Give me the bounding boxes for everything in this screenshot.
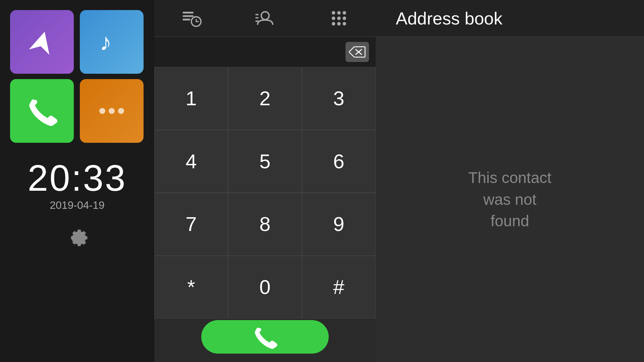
- key-9[interactable]: 9: [302, 193, 376, 256]
- key-1[interactable]: 1: [154, 67, 228, 130]
- svg-rect-10: [255, 17, 259, 18]
- more-dots-icon: [99, 108, 124, 114]
- clock-time: 20:33: [28, 160, 126, 196]
- key-6[interactable]: 6: [302, 130, 376, 193]
- svg-text:♪: ♪: [100, 28, 112, 55]
- contact-not-found-message: This contactwas notfound: [468, 167, 551, 232]
- key-7[interactable]: 7: [154, 193, 228, 256]
- call-button[interactable]: [201, 320, 329, 354]
- key-5[interactable]: 5: [228, 130, 302, 193]
- dialer-input-row: [154, 37, 376, 67]
- key-hash[interactable]: #: [302, 256, 376, 319]
- backspace-icon: [349, 45, 366, 59]
- clock-date: 2019-04-19: [28, 199, 126, 212]
- svg-rect-3: [182, 15, 194, 17]
- left-panel: ♪ 20:33 2019-04-19: [0, 0, 154, 362]
- key-8[interactable]: 8: [228, 193, 302, 256]
- key-3[interactable]: 3: [302, 67, 376, 130]
- keypad-icon: [328, 7, 350, 29]
- clock-section: 20:33 2019-04-19: [28, 160, 126, 212]
- address-book-content: This contactwas notfound: [376, 37, 644, 362]
- app-grid: ♪: [10, 10, 144, 143]
- svg-point-20: [342, 22, 346, 25]
- keypad-grid: 1 2 3 4 5 6 7 8 9 * 0 #: [154, 67, 376, 318]
- tab-history[interactable]: [178, 7, 205, 30]
- tab-contacts[interactable]: [252, 7, 278, 30]
- address-book-panel: Address book This contactwas notfound: [376, 0, 644, 362]
- phone-input[interactable]: [161, 45, 345, 59]
- backspace-button[interactable]: [345, 42, 369, 62]
- svg-rect-4: [182, 19, 190, 20]
- svg-point-18: [332, 22, 335, 25]
- svg-rect-9: [255, 14, 259, 15]
- call-button-row: [154, 318, 376, 362]
- svg-marker-0: [29, 29, 55, 55]
- dialer-tabs: [154, 0, 376, 37]
- address-book-title: Address book: [396, 8, 502, 28]
- nav-app-tile[interactable]: [10, 10, 74, 74]
- svg-point-17: [342, 16, 346, 20]
- svg-point-13: [337, 11, 340, 14]
- nav-icon: [27, 27, 57, 57]
- svg-rect-11: [255, 20, 259, 22]
- key-0[interactable]: 0: [228, 256, 302, 319]
- svg-point-19: [337, 22, 340, 25]
- svg-point-16: [337, 16, 340, 20]
- svg-point-8: [261, 12, 269, 19]
- svg-point-15: [332, 16, 335, 20]
- settings-button[interactable]: [64, 225, 91, 253]
- svg-point-14: [342, 11, 346, 14]
- phone-icon: [25, 94, 59, 128]
- history-icon: [180, 7, 202, 29]
- call-phone-icon: [252, 323, 278, 350]
- music-app-tile[interactable]: ♪: [80, 10, 144, 74]
- address-book-header: Address book: [376, 0, 644, 37]
- phone-app-tile[interactable]: [10, 79, 74, 143]
- key-4[interactable]: 4: [154, 130, 228, 193]
- key-2[interactable]: 2: [228, 67, 302, 130]
- tab-keypad[interactable]: [325, 7, 352, 30]
- dialer-panel: 1 2 3 4 5 6 7 8 9 * 0 #: [154, 0, 376, 362]
- gear-icon: [64, 225, 91, 252]
- music-icon: ♪: [97, 27, 127, 57]
- contacts-icon: [254, 7, 276, 29]
- svg-rect-2: [182, 12, 194, 13]
- svg-point-12: [332, 11, 335, 14]
- key-star[interactable]: *: [154, 256, 228, 319]
- more-app-tile[interactable]: [80, 79, 144, 143]
